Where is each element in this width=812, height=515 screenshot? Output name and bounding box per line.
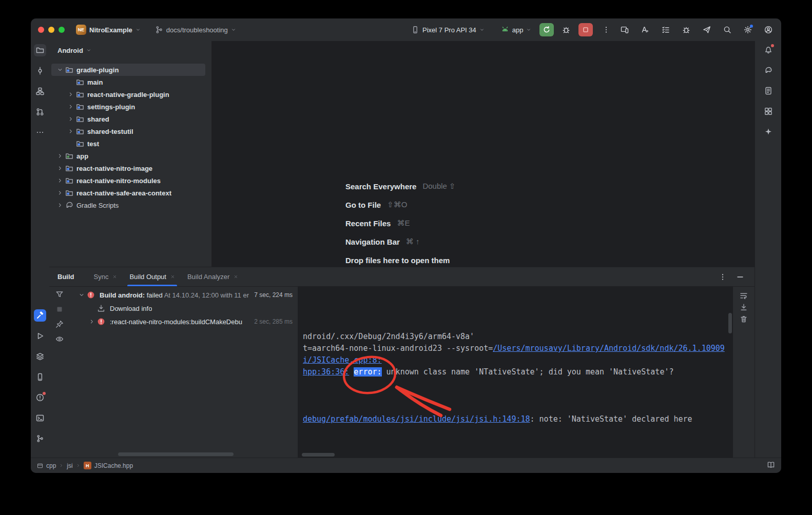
toolwindow-run-button[interactable] [34, 330, 46, 342]
search-button[interactable] [722, 24, 733, 35]
close-tab-icon[interactable] [170, 273, 175, 281]
toolwindow-pull-requests-button[interactable] [34, 106, 46, 118]
close-tab-icon[interactable] [234, 273, 238, 281]
tree-item-react-native-gradle-plugin[interactable]: react-native-gradle-plugin [49, 88, 211, 101]
tab-sync[interactable]: Sync [88, 267, 124, 286]
close-tab-icon[interactable] [112, 273, 117, 281]
more-options-icon[interactable] [602, 26, 610, 34]
tree-item-react-native-nitro-modules[interactable]: react-native-nitro-modules [49, 174, 211, 187]
module-app-icon [65, 151, 74, 161]
minimize-window-button[interactable] [48, 27, 54, 33]
debug-button[interactable] [559, 23, 573, 36]
toolwindow-layers-button[interactable] [34, 350, 46, 363]
soft-wrap-icon[interactable] [740, 291, 748, 300]
console-line: ndroid/.cxx/Debug/2nd4i3y6/arm64-v8a' [303, 331, 733, 343]
toolwindow-structure-button[interactable] [34, 85, 46, 97]
build-tree-row[interactable]: :react-native-nitro-modules:buildCMakeDe… [70, 315, 298, 328]
device-mirroring-button[interactable] [619, 24, 630, 35]
project-selector[interactable]: NE NitroExample [73, 23, 144, 36]
toolwindow-project-folder-button[interactable] [34, 44, 46, 56]
stop-process-icon[interactable] [55, 305, 64, 313]
chevron-right-icon[interactable] [55, 164, 65, 173]
breadcrumb-cpp[interactable]: cpp [46, 462, 56, 469]
filter-icon[interactable] [55, 290, 64, 299]
toolwindow-more-horizontal-button[interactable] [34, 126, 46, 138]
hide-panel-icon[interactable] [736, 273, 744, 281]
tab-build-output[interactable]: Build Output [123, 267, 181, 286]
toolwindow-resource-manager-button[interactable] [762, 105, 775, 117]
chevron-right-icon[interactable] [66, 102, 75, 111]
task-list-button[interactable] [660, 24, 671, 35]
tree-item-react-native-nitro-image[interactable]: react-native-nitro-image [49, 162, 211, 174]
tree-item-shared[interactable]: shared [49, 113, 211, 125]
console-file-link[interactable]: hpp:36:36: [303, 367, 349, 377]
chevron-right-icon[interactable] [66, 127, 75, 136]
tree-item-test[interactable]: test [49, 137, 211, 150]
console-file-link[interactable]: /Users/mrousavy/Library/Android/sdk/ndk/… [493, 344, 725, 353]
tree-item-gradle-plugin[interactable]: gradle-plugin [49, 64, 211, 76]
console-file-link[interactable]: debug/prefab/modules/jsi/include/jsi/jsi… [303, 414, 530, 424]
toolwindow-git-branch-button[interactable] [34, 432, 46, 445]
layers-icon [36, 352, 44, 361]
close-window-button[interactable] [38, 27, 44, 33]
horizontal-scrollbar[interactable] [302, 453, 335, 457]
tree-item-shared-testutil[interactable]: shared-testutil [49, 125, 211, 137]
send-feedback-button[interactable] [701, 24, 712, 35]
rerun-button[interactable] [539, 23, 554, 36]
chevron-right-icon [59, 463, 64, 468]
toolwindow-gradle-button[interactable] [762, 64, 775, 76]
vertical-scrollbar[interactable] [728, 313, 732, 333]
chevron-right-icon[interactable] [66, 90, 75, 99]
pin-icon[interactable] [55, 320, 64, 328]
reader-mode-icon[interactable] [767, 461, 775, 469]
account-button[interactable] [763, 24, 774, 35]
gradle-icon [764, 66, 772, 74]
breadcrumb-jsi[interactable]: jsi [67, 462, 72, 469]
run-config-name: app [512, 26, 524, 34]
toolwindow-terminal-button[interactable] [34, 412, 46, 424]
tab-build-analyzer[interactable]: Build Analyzer [181, 267, 244, 286]
chevron-right-icon[interactable] [55, 201, 65, 210]
chevron-right-icon[interactable] [55, 151, 65, 161]
toolwindow-running-devices-button[interactable] [34, 371, 46, 383]
inspect-icon[interactable] [55, 335, 64, 343]
bug-report-button[interactable] [681, 24, 692, 35]
tree-item-gradle-scripts[interactable]: Gradle Scripts [49, 199, 211, 211]
toolwindow-device-explorer-button[interactable] [762, 85, 775, 97]
tree-item-main[interactable]: main [49, 76, 211, 88]
scroll-to-end-icon[interactable] [740, 303, 748, 311]
build-tree-row[interactable]: Build android: failed At 14.10.24, 12:00… [70, 288, 298, 302]
chevron-down-icon[interactable] [77, 290, 86, 300]
toolwindow-ai-assistant-button[interactable] [762, 126, 775, 138]
chevron-right-icon[interactable] [55, 176, 65, 185]
console-file-link[interactable]: i/JSICache.cpp:8: [303, 355, 382, 365]
module-icon [65, 65, 74, 74]
toolwindow-problems-button[interactable] [34, 391, 46, 404]
device-selector[interactable]: Pixel 7 Pro API 34 [408, 24, 488, 35]
module-icon [75, 139, 85, 148]
toolwindow-notifications-button[interactable] [762, 44, 775, 56]
horizontal-scrollbar[interactable] [118, 452, 234, 456]
chevron-right-icon[interactable] [55, 188, 65, 197]
branch-selector[interactable]: docs/troubleshooting [152, 24, 239, 35]
toolwindow-commit-button[interactable] [34, 65, 46, 77]
zoom-window-button[interactable] [59, 27, 65, 33]
stop-button[interactable] [578, 23, 593, 36]
run-config-selector[interactable]: app [498, 24, 535, 35]
chevron-spacer [66, 77, 75, 87]
settings-button[interactable] [742, 24, 753, 35]
project-view-selector[interactable]: Android [49, 41, 211, 60]
tab-label: Build Output [129, 273, 166, 281]
chevron-right-icon[interactable] [66, 114, 75, 124]
toolwindow-build-button[interactable] [34, 309, 46, 322]
clear-console-icon[interactable] [740, 315, 748, 323]
build-tree-row[interactable]: Download info [70, 302, 298, 315]
tree-item-react-native-safe-area-context[interactable]: react-native-safe-area-context [49, 187, 211, 199]
chevron-down-icon[interactable] [55, 65, 65, 74]
panel-options-icon[interactable] [719, 273, 727, 281]
tree-item-settings-plugin[interactable]: settings-plugin [49, 101, 211, 113]
chevron-right-icon[interactable] [87, 317, 96, 326]
code-assist-button[interactable] [640, 24, 651, 35]
tree-item-app[interactable]: app [49, 150, 211, 162]
breadcrumb-jsicache-hpp[interactable]: JSICache.hpp [94, 462, 133, 469]
